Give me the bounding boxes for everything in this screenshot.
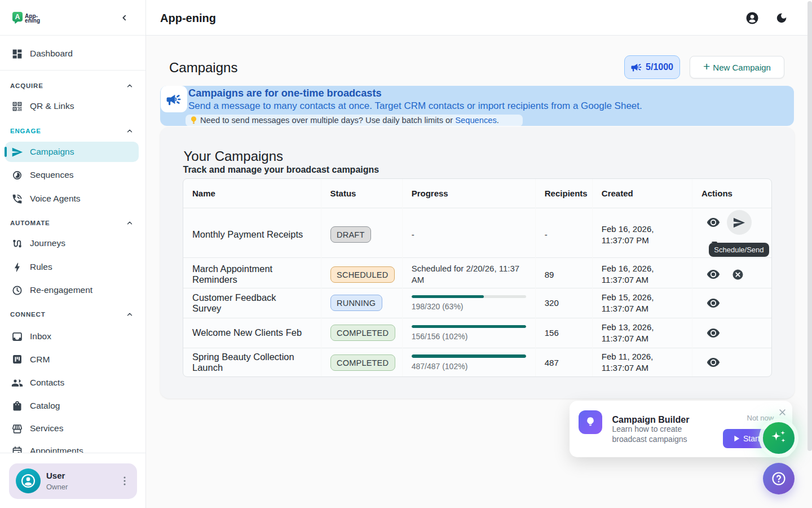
svg-text:A: A — [15, 13, 20, 21]
